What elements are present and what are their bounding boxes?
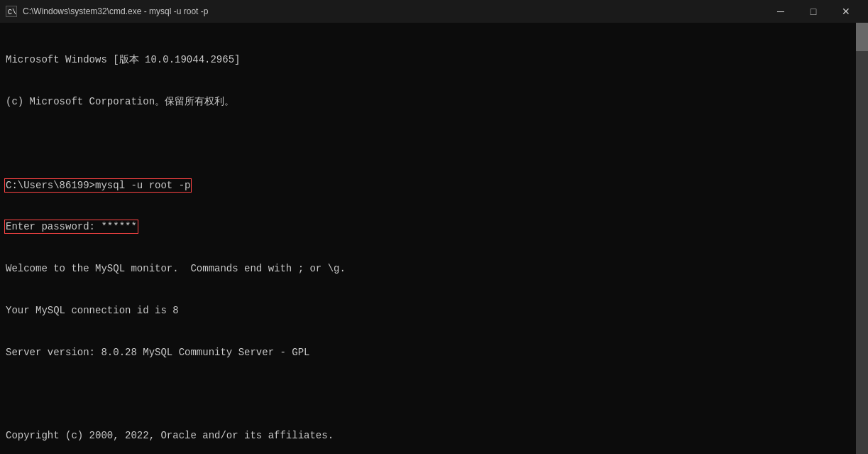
terminal-content: Microsoft Windows [版本 10.0.19044.2965] (… bbox=[6, 26, 862, 454]
window-controls: ─ □ ✕ bbox=[764, 0, 862, 23]
cmd-icon: C\ bbox=[6, 6, 17, 17]
minimize-button[interactable]: ─ bbox=[764, 0, 797, 23]
terminal-line-7: Your MySQL connection id is 8 bbox=[6, 304, 862, 318]
cmd-window: C\ C:\Windows\system32\cmd.exe - mysql -… bbox=[0, 0, 868, 454]
title-bar-left: C\ C:\Windows\system32\cmd.exe - mysql -… bbox=[6, 6, 208, 17]
terminal-line-6: Welcome to the MySQL monitor. Commands e… bbox=[6, 262, 862, 276]
terminal-line-5: Enter password: ****** bbox=[6, 220, 862, 234]
title-bar: C\ C:\Windows\system32\cmd.exe - mysql -… bbox=[0, 0, 868, 23]
terminal-line-10: Copyright (c) 2000, 2022, Oracle and/or … bbox=[6, 429, 862, 443]
terminal-line-1: Microsoft Windows [版本 10.0.19044.2965] bbox=[6, 53, 862, 67]
window-title: C:\Windows\system32\cmd.exe - mysql -u r… bbox=[23, 6, 208, 16]
close-button[interactable]: ✕ bbox=[830, 0, 862, 23]
svg-text:C\: C\ bbox=[8, 9, 16, 16]
terminal-line-9 bbox=[6, 387, 862, 401]
scrollbar-thumb[interactable] bbox=[856, 23, 868, 51]
scrollbar[interactable] bbox=[856, 23, 868, 454]
terminal-line-4: C:\Users\86199>mysql -u root -p bbox=[6, 179, 862, 193]
terminal-line-2: (c) Microsoft Corporation。保留所有权利。 bbox=[6, 95, 862, 109]
command-highlight-1: C:\Users\86199>mysql -u root -p bbox=[6, 180, 190, 191]
maximize-button[interactable]: □ bbox=[797, 0, 830, 23]
terminal-line-8: Server version: 8.0.28 MySQL Community S… bbox=[6, 346, 862, 360]
command-highlight-2: Enter password: ****** bbox=[6, 221, 137, 232]
terminal-body[interactable]: Microsoft Windows [版本 10.0.19044.2965] (… bbox=[0, 23, 868, 454]
terminal-line-3 bbox=[6, 137, 862, 151]
